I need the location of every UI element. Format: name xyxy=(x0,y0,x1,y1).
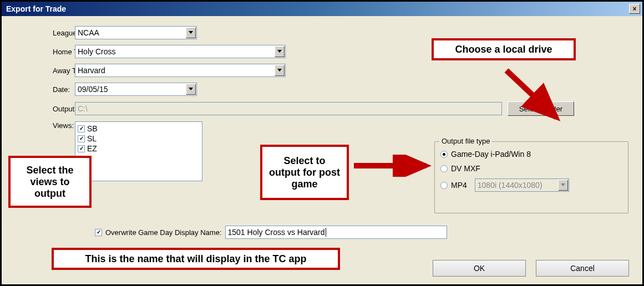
annotation-display-name: This is the name that will display in th… xyxy=(52,248,340,270)
chevron-down-icon xyxy=(561,183,565,187)
league-label: League: xyxy=(14,29,75,37)
overwrite-checkbox[interactable] xyxy=(95,229,102,236)
home-team-value: Holy Cross xyxy=(78,47,115,56)
svg-marker-1 xyxy=(277,50,282,53)
view-checkbox-item[interactable]: SL xyxy=(78,134,200,143)
output-file-type-group: Output file type Game-Day i-Pad/Win 8 DV… xyxy=(434,141,628,213)
cancel-button[interactable]: Cancel xyxy=(536,260,629,277)
views-listbox[interactable]: SB SL EZ xyxy=(75,121,202,181)
chevron-down-icon xyxy=(277,50,282,53)
svg-marker-0 xyxy=(189,31,193,34)
annotation-choose-drive: Choose a local drive xyxy=(432,38,576,60)
home-team-select[interactable]: Holy Cross xyxy=(75,45,286,58)
dropdown-button xyxy=(558,180,568,191)
chevron-down-icon xyxy=(189,88,193,91)
views-label: Views: xyxy=(14,121,75,130)
radio-icon[interactable] xyxy=(440,151,448,158)
checkbox-icon[interactable] xyxy=(78,145,85,152)
radio-mp4[interactable]: MP4 1080i (1440x1080) xyxy=(440,178,622,192)
away-team-value: Harvard xyxy=(78,66,105,75)
view-item-label: SL xyxy=(87,134,97,143)
chevron-down-icon xyxy=(189,31,193,34)
view-item-label: EZ xyxy=(87,144,97,153)
view-checkbox-item[interactable]: SB xyxy=(78,124,200,133)
checkbox-icon[interactable] xyxy=(78,135,85,142)
svg-marker-4 xyxy=(561,183,565,186)
radio-mp4-label: MP4 xyxy=(451,181,467,190)
dropdown-button[interactable] xyxy=(186,84,196,95)
radio-dvmxf[interactable]: DV MXF xyxy=(440,164,622,173)
radio-gameday[interactable]: Game-Day i-Pad/Win 8 xyxy=(440,150,622,159)
view-checkbox-item[interactable]: EZ xyxy=(78,144,200,153)
dropdown-button[interactable] xyxy=(186,27,196,38)
dropdown-button[interactable] xyxy=(275,65,285,76)
radio-gameday-label: Game-Day i-Pad/Win 8 xyxy=(451,150,531,159)
close-button[interactable]: × xyxy=(629,4,640,14)
checkbox-icon[interactable] xyxy=(78,125,85,132)
svg-line-6 xyxy=(506,70,556,118)
mp4-resolution-select: 1080i (1440x1080) xyxy=(475,178,569,192)
svg-marker-3 xyxy=(189,88,193,90)
date-label: Date: xyxy=(14,85,75,94)
close-icon: × xyxy=(632,5,636,13)
output-folder-input: C:\ xyxy=(75,102,502,115)
arrow-icon xyxy=(351,155,434,177)
arrow-icon xyxy=(501,65,567,131)
output-folder-label: Output Folder: xyxy=(14,105,75,113)
radio-dvmxf-label: DV MXF xyxy=(451,164,480,173)
view-item-label: SB xyxy=(87,124,98,133)
mp4-resolution-value: 1080i (1440x1080) xyxy=(478,181,542,190)
home-team-label: Home Team: xyxy=(14,48,75,56)
window-title: Export for Trade xyxy=(6,4,629,13)
overwrite-label: Overwrite Game Day Display Name: xyxy=(105,228,222,237)
dropdown-button[interactable] xyxy=(275,46,285,57)
chevron-down-icon xyxy=(277,69,282,72)
annotation-select-output: Select to output for post game xyxy=(260,145,349,200)
away-team-select[interactable]: Harvard xyxy=(75,64,286,77)
league-select[interactable]: NCAA xyxy=(75,26,197,39)
annotation-select-views: Select the views to output xyxy=(8,156,92,208)
output-folder-value: C:\ xyxy=(78,104,88,113)
radio-icon[interactable] xyxy=(440,182,448,189)
text-cursor xyxy=(326,228,326,237)
league-value: NCAA xyxy=(78,28,99,37)
away-team-label: Away Team: xyxy=(14,67,75,75)
svg-marker-2 xyxy=(277,69,282,72)
display-name-value: 1501 Holy Cross vs Harvard xyxy=(228,228,325,237)
output-file-type-legend: Output file type xyxy=(439,137,492,145)
radio-icon[interactable] xyxy=(440,165,448,172)
ok-button[interactable]: OK xyxy=(433,260,526,277)
date-select[interactable]: 09/05/15 xyxy=(75,83,197,96)
titlebar: Export for Trade × xyxy=(2,2,642,16)
date-value: 09/05/15 xyxy=(78,85,108,94)
display-name-input[interactable]: 1501 Holy Cross vs Harvard xyxy=(225,226,447,239)
